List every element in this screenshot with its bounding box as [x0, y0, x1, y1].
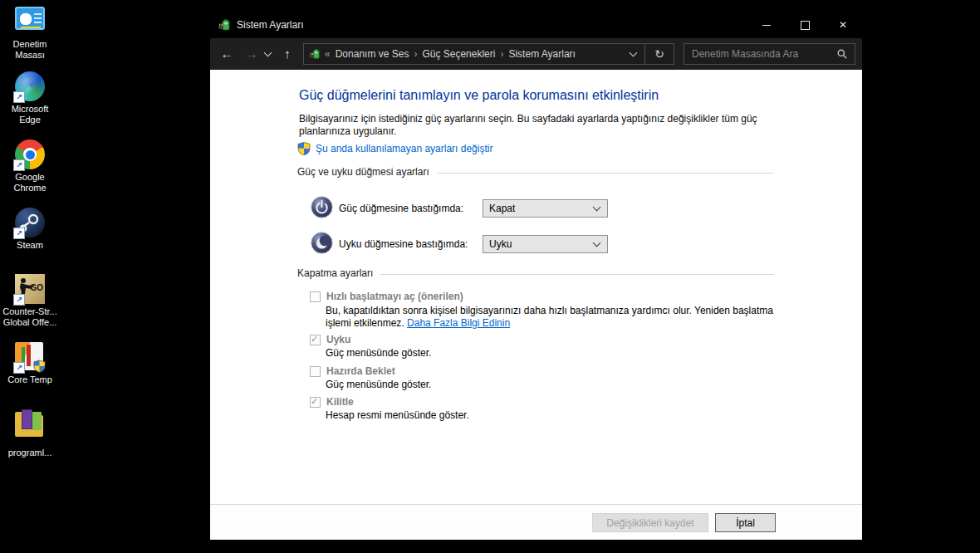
breadcrumb-item-donanim-ve-ses[interactable]: Donanım ve Ses	[331, 48, 414, 60]
power-options-battery-icon	[218, 18, 231, 34]
search-input[interactable]	[684, 48, 836, 60]
titlebar: Sistem Ayarları ✕	[210, 12, 862, 38]
desktop-icon-edge[interactable]: ↗ Microsoft Edge	[0, 71, 60, 125]
hibernate-description: Güç menüsünde göster.	[326, 379, 795, 391]
section-divider	[380, 274, 774, 275]
lock-checkbox[interactable]	[310, 397, 321, 408]
dropdown-selected-value: Uyku	[483, 238, 594, 250]
description-text: Bu, kapatıldıktan sonra kişisel bilgisay…	[326, 305, 773, 329]
power-sleep-section-header: Güç ve uyku düğmesi ayarları	[297, 166, 774, 178]
desktop-icon-programlar-folder[interactable]: programl...	[0, 409, 60, 458]
shortcut-arrow-icon: ↗	[13, 228, 25, 239]
sleep-label: Uyku	[326, 334, 350, 345]
save-changes-button[interactable]: Değişiklikleri kaydet	[592, 513, 708, 532]
close-button[interactable]: ✕	[824, 12, 862, 38]
back-button[interactable]: ←	[215, 38, 238, 70]
hibernate-label: Hazırda Beklet	[326, 365, 395, 377]
lock-option-row: Kilitle	[310, 396, 354, 408]
power-button-label: Güç düğmesine bastığımda:	[339, 203, 463, 214]
breadcrumb-item-guc-secenekleri[interactable]: Güç Seçenekleri	[417, 48, 500, 60]
lock-description: Hesap resmi menüsünde göster.	[326, 409, 795, 422]
chevron-down-icon	[593, 203, 601, 212]
navigation-toolbar: ← → ↑ « Donanım ve Ses › Güç Seçenekleri…	[210, 38, 862, 70]
power-options-battery-icon	[309, 48, 321, 60]
uac-shield-icon	[33, 360, 46, 373]
search-box[interactable]	[684, 43, 855, 65]
magnifier-icon	[836, 48, 848, 60]
section-divider	[437, 173, 774, 174]
csgo-go-text: GO	[30, 283, 43, 292]
fast-startup-row: Hızlı başlatmayı aç (önerilen)	[310, 291, 463, 302]
desktop-icon-label: Microsoft Edge	[0, 104, 60, 125]
core-temp-icon: ↗	[15, 342, 45, 372]
desktop-icon-label: programl...	[0, 448, 60, 458]
desktop-icon-label: Denetim Masası	[0, 39, 60, 61]
power-button-action-dropdown[interactable]: Kapat	[483, 199, 608, 218]
csgo-icon: GO ↗	[15, 274, 45, 304]
dropdown-selected-value: Kapat	[483, 203, 594, 214]
breadcrumb-item-sistem-ayarlari[interactable]: Sistem Ayarları	[503, 48, 580, 60]
desktop-icon-label: Steam	[0, 240, 60, 251]
desktop-icon-control-panel[interactable]: Denetim Masası	[0, 3, 60, 61]
fast-startup-description: Bu, kapatıldıktan sonra kişisel bilgisay…	[326, 305, 795, 330]
sleep-checkbox[interactable]	[310, 335, 321, 345]
sleep-description: Güç menüsünde göster.	[326, 347, 795, 360]
desktop-icon-chrome[interactable]: ↗ Google Chrome	[0, 139, 60, 193]
hibernate-option-row: Hazırda Beklet	[310, 365, 395, 377]
shortcut-arrow-icon: ↗	[13, 91, 25, 103]
lock-label: Kilitle	[326, 396, 354, 408]
address-dropdown-chevron-icon[interactable]	[630, 49, 638, 57]
chevron-down-icon	[593, 239, 601, 247]
shortcut-arrow-icon: ↗	[13, 159, 25, 171]
fast-startup-checkbox[interactable]	[310, 291, 321, 302]
fast-startup-label: Hızlı başlatmayı aç (önerilen)	[326, 291, 463, 302]
shortcut-arrow-icon: ↗	[13, 294, 25, 306]
chrome-icon: ↗	[15, 139, 45, 169]
learn-more-link[interactable]: Daha Fazla Bilgi Edinin	[407, 317, 510, 329]
uac-link-row: Şu anda kullanılamayan ayarları değiştir	[297, 142, 492, 155]
desktop-icon-label: Counter-Str... Global Offe...	[0, 306, 60, 328]
maximize-button[interactable]	[786, 12, 824, 38]
minimize-icon	[762, 25, 771, 26]
sleep-button-action-dropdown[interactable]: Uyku	[483, 235, 608, 253]
section-title: Güç ve uyku düğmesi ayarları	[297, 166, 429, 178]
footer-bar: Değişiklikleri kaydet İptal	[210, 504, 862, 540]
steam-icon: ↗	[15, 208, 45, 237]
control-panel-icon	[15, 7, 45, 37]
shortcut-arrow-icon: ↗	[13, 362, 25, 374]
address-bar[interactable]: « Donanım ve Ses › Güç Seçenekleri › Sis…	[303, 43, 645, 65]
desktop: Denetim Masası ↗ Microsoft Edge ↗ Google…	[0, 0, 61, 553]
shutdown-section-header: Kapatma ayarları	[297, 267, 774, 279]
system-settings-window: Sistem Ayarları ✕ ← → ↑ « Donanım ve Ses	[210, 12, 862, 540]
minimize-button[interactable]	[747, 12, 786, 38]
settings-content: Güç düğmelerini tanımlayın ve parola kor…	[210, 70, 862, 504]
hibernate-checkbox[interactable]	[310, 366, 321, 377]
sleep-button-icon	[311, 232, 333, 254]
intro-text: Bilgisayarınız için istediğiniz güç ayar…	[299, 113, 761, 138]
refresh-button[interactable]: ↻	[644, 43, 674, 65]
sleep-option-row: Uyku	[310, 334, 350, 345]
forward-button[interactable]: →	[240, 38, 263, 70]
page-title: Güç düğmelerini tanımlayın ve parola kor…	[299, 88, 659, 103]
window-title: Sistem Ayarları	[237, 19, 303, 31]
change-unavailable-settings-link[interactable]: Şu anda kullanılamayan ayarları değiştir	[316, 143, 492, 154]
desktop-icon-label: Google Chrome	[0, 172, 60, 193]
edge-icon: ↗	[15, 71, 45, 101]
recent-pages-chevron-icon[interactable]	[264, 49, 272, 57]
breadcrumb-prefix: «	[325, 48, 331, 60]
section-title: Kapatma ayarları	[297, 267, 373, 279]
power-button-icon	[311, 196, 333, 218]
maximize-icon	[801, 21, 810, 30]
uac-shield-icon	[297, 142, 311, 155]
desktop-icon-label: Core Temp	[0, 374, 60, 385]
desktop-icon-core-temp[interactable]: ↗ Core Temp	[0, 340, 60, 385]
desktop-icon-steam[interactable]: ↗ Steam	[0, 208, 60, 251]
up-button[interactable]: ↑	[277, 38, 298, 70]
cancel-button[interactable]: İptal	[715, 513, 776, 532]
desktop-icon-csgo[interactable]: GO ↗ Counter-Str... Global Offe...	[0, 274, 60, 328]
sleep-button-label: Uyku düğmesine bastığımda:	[339, 238, 468, 250]
folder-icon	[15, 415, 45, 445]
